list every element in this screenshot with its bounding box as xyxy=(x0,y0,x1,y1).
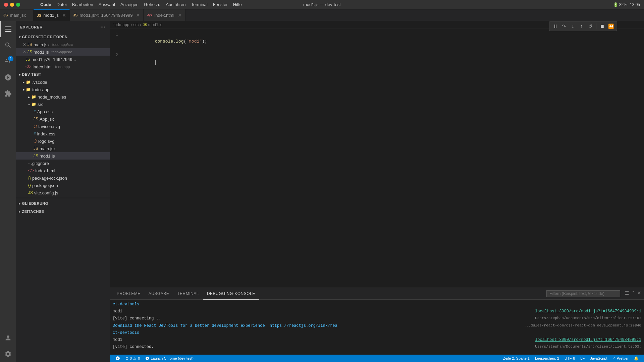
tree-item-logo-svg[interactable]: ⬡ logo.svg xyxy=(16,137,110,145)
status-position[interactable]: Zeile 2, Spalte 1 xyxy=(500,355,532,362)
css-icon: # xyxy=(34,109,36,114)
tree-item-index-css[interactable]: # index.css xyxy=(16,130,110,137)
code-editor[interactable]: 1 console.log("mod1"); 2 xyxy=(110,28,644,288)
breadcrumb-src[interactable]: src xyxy=(133,22,139,27)
tab-close-icon[interactable]: ✕ xyxy=(62,13,66,18)
open-editor-index-html[interactable]: </> index.html todo-app xyxy=(16,63,110,70)
tree-item-todo-app[interactable]: 📁 todo-app xyxy=(16,86,110,93)
status-language[interactable]: JavaScript xyxy=(587,355,610,362)
open-editor-main-jsx[interactable]: ✕ JS main.jsx todo-app/src xyxy=(16,41,110,48)
debug-pause-btn[interactable]: ⏸ xyxy=(551,22,559,30)
css-icon-index: # xyxy=(34,131,36,136)
tree-item-package-lock[interactable]: {} package-lock.json xyxy=(16,174,110,182)
activity-run-debug[interactable] xyxy=(0,69,16,85)
tree-item-mod1-js[interactable]: JS mod1.js xyxy=(16,152,110,160)
status-encoding[interactable]: UTF-8 xyxy=(562,355,578,362)
debug-step-over-btn[interactable]: ↷ xyxy=(560,22,568,30)
console-filter-input[interactable] xyxy=(546,290,620,297)
debug-stop-btn[interactable]: ⏹ xyxy=(598,22,606,30)
activity-explorer[interactable] xyxy=(0,21,16,37)
tree-item-main-jsx[interactable]: JS main.jsx xyxy=(16,145,110,152)
panel-close-icon[interactable]: ✕ xyxy=(637,290,641,297)
menu-ausfuehren[interactable]: Ausführen xyxy=(166,2,185,7)
tree-item-favicon-svg[interactable]: ⬡ favicon.svg xyxy=(16,123,110,130)
tab-close-html-icon[interactable]: ✕ xyxy=(178,12,182,18)
panel-actions[interactable]: ☰ ⌃ ✕ xyxy=(546,290,641,297)
line-content-1[interactable]: console.log("mod1"); xyxy=(123,31,644,52)
tree-item-src[interactable]: 📁 src xyxy=(16,101,110,108)
tree-item-vite-config[interactable]: JS vite.config.js xyxy=(16,189,110,196)
activity-search[interactable] xyxy=(0,37,16,53)
status-launch[interactable]: Launch Chrome (dev-test) xyxy=(143,355,196,362)
file-close-icon[interactable]: ✕ xyxy=(23,42,26,47)
file-close-mod1-icon[interactable]: ✕ xyxy=(23,50,26,54)
file-name-main-jsx: main.jsx xyxy=(34,42,50,47)
panel-expand-icon[interactable]: ⌃ xyxy=(631,290,635,297)
debug-disconnect-btn[interactable]: ⏪ xyxy=(607,22,615,30)
status-errors[interactable]: ⊘ 0 ⚠ 0 xyxy=(123,355,143,362)
menu-datei[interactable]: Datei xyxy=(57,2,67,7)
tab-mod1-js[interactable]: JS mod1.js ✕ xyxy=(34,9,70,21)
menu-bearbeiten[interactable]: Bearbeiten xyxy=(72,2,93,7)
activity-source-control[interactable]: 1 xyxy=(0,53,16,69)
open-editors-section[interactable]: GEÖFFNETE EDITOREN xyxy=(16,33,110,41)
zeitachse-section[interactable]: ZEITACHSE xyxy=(16,207,110,216)
maximize-button[interactable] xyxy=(16,3,20,7)
folder-name-vscode: .vscode xyxy=(32,80,47,85)
tree-item-app-jsx[interactable]: JS App.jsx xyxy=(16,115,110,123)
tab-label-main-jsx: main.jsx xyxy=(10,13,26,18)
tree-item-package-json[interactable]: {} package.json xyxy=(16,182,110,189)
tree-item-gitignore[interactable]: ◦ .gitignore xyxy=(16,160,110,167)
panel-tab-probleme[interactable]: PROBLEME xyxy=(113,288,145,300)
panel-tab-terminal[interactable]: TERMINAL xyxy=(173,288,203,300)
js-icon-vite: JS xyxy=(28,190,33,195)
menu-auswahl[interactable]: Auswahl xyxy=(99,2,115,7)
tab-index-html[interactable]: </> index.html ✕ xyxy=(144,9,185,21)
minimize-button[interactable] xyxy=(10,3,14,7)
tree-item-app-css[interactable]: # App.css xyxy=(16,108,110,115)
error-count: 0 xyxy=(130,356,132,360)
debug-toolbar[interactable]: ⏸ ↷ ↓ ↑ ↺ ⏹ ⏪ xyxy=(549,21,617,31)
line-content-2[interactable] xyxy=(123,52,644,73)
status-debug-icon[interactable] xyxy=(113,355,123,362)
dev-test-section[interactable]: DEV-TEST xyxy=(16,70,110,78)
panel-list-view-icon[interactable]: ☰ xyxy=(625,290,629,297)
debug-restart-btn[interactable]: ↺ xyxy=(586,22,594,30)
console-link-mod1-2[interactable]: localhost:3000/src/mod1.js?t=16647949849… xyxy=(535,337,641,343)
debug-step-out-btn[interactable]: ↑ xyxy=(578,22,586,30)
status-indent[interactable]: Leerzeichen: 2 xyxy=(532,355,562,362)
panel-tab-debugging[interactable]: DEBUGGING-KONSOLE xyxy=(203,288,259,300)
menu-anzeigen[interactable]: Anzeigen xyxy=(120,2,139,7)
breadcrumb-file[interactable]: mod1.js xyxy=(148,22,162,27)
js-icon-2: JS xyxy=(25,57,30,62)
gliederung-section[interactable]: GLIEDERUNG xyxy=(16,199,110,207)
tree-item-vscode[interactable]: 📁 .vscode xyxy=(16,78,110,86)
activity-extensions[interactable] xyxy=(0,85,16,102)
open-editor-mod1-query[interactable]: JS mod1.js?t=16647949... xyxy=(16,56,110,63)
menu-terminal[interactable]: Terminal xyxy=(191,2,208,7)
tree-item-index-html[interactable]: </> index.html xyxy=(16,167,110,174)
menu-gehe-zu[interactable]: Gehe zu xyxy=(144,2,160,7)
console-link-mod1-1[interactable]: localhost:3000/src/mod1.js?t=16647949849… xyxy=(535,308,641,315)
sidebar-actions[interactable]: ··· xyxy=(100,24,106,30)
activity-account[interactable] xyxy=(0,330,16,346)
activity-settings[interactable] xyxy=(0,346,16,362)
tab-mod1-js-query[interactable]: JS mod1.js?t=1664794984999 ✕ xyxy=(70,9,144,21)
tab-close-query-icon[interactable]: ✕ xyxy=(136,12,140,18)
status-eol[interactable]: LF xyxy=(578,355,587,362)
debug-step-into-btn[interactable]: ↓ xyxy=(569,22,577,30)
panel-tab-ausgabe[interactable]: AUSGABE xyxy=(145,288,173,300)
open-editor-mod1-js[interactable]: ✕ JS mod1.js todo-app/src xyxy=(16,48,110,56)
menu-fenster[interactable]: Fenster xyxy=(213,2,228,7)
status-notifications[interactable]: 🔔 xyxy=(631,355,641,362)
js-icon: JS xyxy=(28,50,32,54)
traffic-lights[interactable] xyxy=(4,3,20,7)
tree-item-node-modules[interactable]: 📁 node_modules xyxy=(16,93,110,101)
tab-main-jsx[interactable]: JS main.jsx xyxy=(0,9,34,21)
menu-code[interactable]: Code xyxy=(40,2,51,7)
sidebar-more-icon[interactable]: ··· xyxy=(100,24,106,30)
breadcrumb-todo-app[interactable]: todo-app xyxy=(113,22,129,27)
status-prettier[interactable]: ✓ Prettier xyxy=(610,355,631,362)
close-button[interactable] xyxy=(4,3,8,7)
menu-hilfe[interactable]: Hilfe xyxy=(233,2,242,7)
